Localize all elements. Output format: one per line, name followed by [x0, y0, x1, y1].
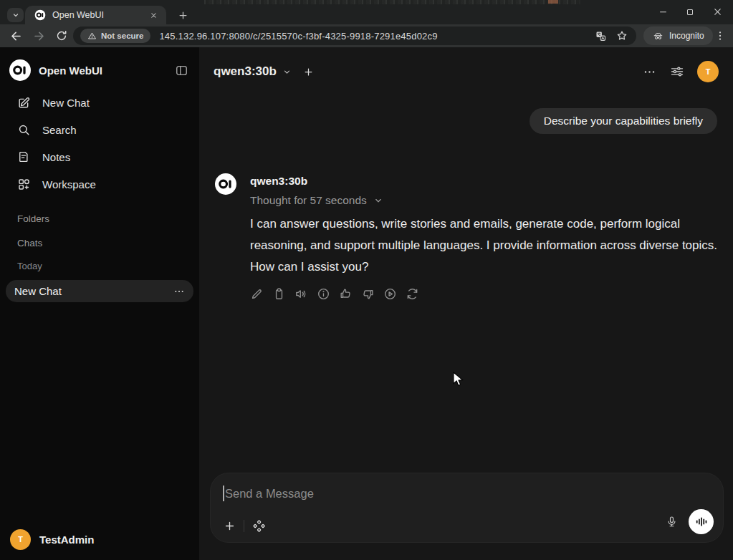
sidebar-toggle-icon[interactable] [173, 62, 189, 78]
browser-tab[interactable]: Open WebUI [25, 6, 166, 24]
forward-button[interactable] [30, 27, 47, 44]
user-message-bubble[interactable]: Describe your capabilities briefly [530, 108, 717, 134]
user-menu[interactable]: T TestAdmin [0, 518, 199, 560]
openwebui-logo-icon [9, 59, 31, 81]
assistant-message-row: qwen3:30b Thought for 57 seconds I can a… [199, 173, 733, 301]
user-avatar-initial: T [18, 535, 23, 544]
chat-options-icon[interactable] [173, 286, 185, 297]
thought-summary-label: Thought for 57 seconds [250, 194, 367, 207]
sidebar-item-label: Workspace [42, 178, 96, 190]
thumbs-down-icon[interactable] [361, 287, 375, 301]
read-aloud-icon[interactable] [294, 287, 308, 301]
screen: Open WebUI Not secure 145.132.96.107:808… [0, 0, 733, 560]
copy-message-icon[interactable] [272, 287, 286, 301]
background-window-artifact [204, 0, 580, 4]
url-text: 145.132.96.107:8080/c/2515570c-f3bf-4325… [159, 31, 586, 42]
chat-title: New Chat [14, 285, 62, 297]
microphone-icon[interactable] [666, 516, 678, 528]
browser-menu-button[interactable] [712, 27, 728, 44]
not-secure-label: Not secure [101, 32, 143, 40]
edit-message-icon[interactable] [250, 287, 264, 301]
user-avatar: T [10, 529, 31, 550]
sidebar-item-search[interactable]: Search [6, 116, 193, 143]
chat-group-label: Today [0, 261, 199, 271]
translate-icon[interactable] [593, 29, 608, 43]
chat-controls-sliders-icon[interactable] [669, 64, 685, 79]
tools-integrations-icon[interactable] [252, 519, 266, 533]
sidebar-header: Open WebUI [9, 59, 189, 82]
user-name: TestAdmin [39, 534, 94, 546]
assistant-message-text: I can answer questions, write stories an… [250, 213, 722, 278]
thumbs-up-icon[interactable] [339, 287, 353, 301]
window-close-button[interactable] [704, 0, 731, 24]
sidebar-item-workspace[interactable]: Workspace [6, 170, 193, 198]
chat-menu-icon[interactable] [641, 64, 657, 79]
bookmark-star-icon[interactable] [615, 29, 629, 43]
sidebar: Open WebUI New Chat Search Notes [0, 47, 199, 560]
continue-response-icon[interactable] [383, 287, 397, 301]
incognito-badge: Incognito [643, 26, 713, 45]
tab-close-icon[interactable] [148, 9, 159, 21]
app-title: Open WebUI [39, 64, 102, 77]
chat-header: qwen3:30b T [199, 47, 733, 96]
sidebar-item-label: Notes [42, 151, 70, 163]
assistant-model-name: qwen3:30b [250, 175, 722, 188]
search-icon [17, 123, 31, 137]
tab-title: Open WebUI [52, 10, 148, 20]
user-message-row: Describe your capabilities briefly [199, 108, 733, 134]
sidebar-item-label: New Chat [42, 97, 90, 109]
tab-search-button[interactable] [7, 8, 24, 22]
note-document-icon [17, 150, 31, 164]
model-selector[interactable]: qwen3:30b [214, 64, 277, 79]
chat-list-item-active[interactable]: New Chat [6, 280, 193, 302]
background-window-artifact [548, 0, 558, 4]
model-chevron-down-icon[interactable] [282, 67, 292, 77]
message-input[interactable] [225, 485, 684, 502]
add-model-button[interactable] [303, 67, 314, 77]
reload-button[interactable] [53, 27, 70, 44]
voice-mode-button[interactable] [689, 509, 714, 534]
chats-section-label[interactable]: Chats [0, 238, 199, 248]
window-minimize-button[interactable] [649, 0, 676, 24]
assistant-avatar-icon [215, 173, 236, 195]
attach-plus-icon[interactable] [224, 520, 236, 532]
text-cursor [223, 486, 224, 501]
folders-section-label[interactable]: Folders [0, 213, 199, 224]
message-composer [210, 473, 724, 543]
message-actions [250, 287, 722, 301]
chevron-down-icon [11, 11, 20, 19]
chat-area: qwen3:30b T Describe your capabilitie [199, 47, 733, 560]
thought-summary-toggle[interactable]: Thought for 57 seconds [250, 194, 722, 207]
composer-divider [244, 520, 244, 532]
profile-avatar-initial: T [706, 67, 711, 76]
workspace-grid-icon [17, 178, 31, 191]
sidebar-item-notes[interactable]: Notes [6, 143, 193, 170]
info-icon[interactable] [317, 287, 330, 301]
chevron-down-icon [373, 195, 383, 206]
new-tab-button[interactable] [174, 6, 191, 24]
address-bar[interactable]: Not secure 145.132.96.107:8080/c/2515570… [73, 26, 636, 45]
sidebar-item-new-chat[interactable]: New Chat [6, 89, 193, 116]
sidebar-item-label: Search [42, 124, 77, 136]
not-secure-chip[interactable]: Not secure [80, 29, 150, 43]
incognito-icon [652, 31, 664, 42]
warning-triangle-icon [87, 32, 97, 40]
openwebui-favicon-icon [34, 9, 46, 21]
window-maximize-button[interactable] [676, 0, 704, 24]
pencil-square-icon [17, 96, 31, 110]
back-button[interactable] [7, 27, 24, 44]
profile-avatar[interactable]: T [697, 61, 719, 82]
incognito-label: Incognito [669, 31, 704, 41]
waveform-icon [695, 516, 707, 528]
regenerate-icon[interactable] [406, 287, 419, 301]
